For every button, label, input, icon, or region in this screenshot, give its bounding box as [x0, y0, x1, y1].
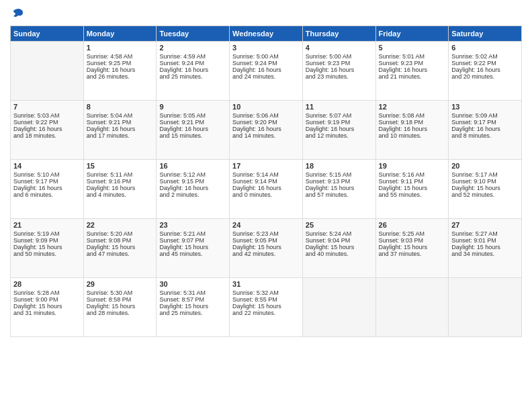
week-row-2: 7Sunrise: 5:03 AMSunset: 9:22 PMDaylight…	[11, 101, 522, 160]
day-info: Sunset: 9:07 PM	[159, 237, 226, 244]
day-number: 28	[13, 280, 81, 288]
day-cell: 1Sunrise: 4:58 AMSunset: 9:25 PMDaylight…	[83, 42, 157, 101]
day-info: and 52 minutes.	[451, 191, 519, 198]
day-info: Daylight: 15 hours	[13, 244, 81, 250]
day-number: 11	[306, 103, 373, 111]
day-info: Sunset: 9:10 PM	[451, 178, 519, 185]
day-info: Sunrise: 5:17 AM	[451, 171, 519, 178]
day-info: Daylight: 15 hours	[87, 303, 154, 310]
day-info: and 20 minutes.	[451, 73, 519, 80]
day-info: Sunrise: 5:10 AM	[13, 171, 81, 178]
day-info: and 50 minutes.	[13, 250, 81, 257]
day-info: Daylight: 15 hours	[87, 244, 154, 250]
header-row: SundayMondayTuesdayWednesdayThursdayFrid…	[11, 26, 522, 42]
day-info: Sunset: 9:24 PM	[232, 60, 300, 66]
day-info: Daylight: 16 hours	[232, 126, 300, 132]
day-info: Sunset: 9:21 PM	[159, 119, 226, 126]
day-number: 24	[232, 221, 300, 229]
day-cell: 7Sunrise: 5:03 AMSunset: 9:22 PMDaylight…	[11, 101, 84, 160]
day-cell: 3Sunrise: 5:00 AMSunset: 9:24 PMDaylight…	[230, 42, 303, 101]
day-info: Daylight: 16 hours	[87, 126, 154, 132]
day-cell: 25Sunrise: 5:24 AMSunset: 9:04 PMDayligh…	[302, 219, 375, 278]
day-info: Sunset: 9:15 PM	[159, 178, 226, 185]
day-info: Sunset: 8:57 PM	[159, 296, 226, 303]
day-number: 13	[451, 103, 519, 111]
day-info: Sunset: 9:23 PM	[306, 60, 373, 66]
day-info: Daylight: 16 hours	[159, 126, 226, 132]
day-info: and 28 minutes.	[87, 310, 154, 316]
col-header-monday: Monday	[83, 26, 157, 42]
day-info: and 17 minutes.	[87, 132, 154, 139]
day-info: Sunrise: 5:14 AM	[232, 171, 300, 178]
day-info: Sunrise: 5:21 AM	[159, 230, 226, 237]
day-cell	[302, 278, 375, 337]
day-info: and 37 minutes.	[379, 250, 446, 257]
day-info: Daylight: 15 hours	[306, 244, 373, 250]
page-header	[10, 7, 522, 20]
day-info: Sunrise: 5:06 AM	[232, 112, 300, 119]
day-cell: 15Sunrise: 5:11 AMSunset: 9:16 PMDayligh…	[83, 160, 157, 219]
day-info: Sunset: 9:20 PM	[232, 119, 300, 126]
day-info: Sunrise: 4:58 AM	[87, 53, 154, 60]
col-header-sunday: Sunday	[11, 26, 84, 42]
col-header-friday: Friday	[375, 26, 449, 42]
day-number: 2	[159, 44, 226, 52]
day-info: and 34 minutes.	[451, 250, 519, 257]
day-info: Sunrise: 5:32 AM	[232, 289, 300, 296]
day-cell: 13Sunrise: 5:09 AMSunset: 9:17 PMDayligh…	[449, 101, 522, 160]
day-info: and 8 minutes.	[451, 132, 519, 139]
day-info: and 42 minutes.	[232, 250, 300, 257]
day-info: Sunrise: 4:59 AM	[159, 53, 226, 60]
day-info: Sunrise: 5:20 AM	[87, 230, 154, 237]
day-info: Sunset: 9:03 PM	[379, 237, 446, 244]
day-cell: 22Sunrise: 5:20 AMSunset: 9:08 PMDayligh…	[83, 219, 157, 278]
day-info: and 15 minutes.	[159, 132, 226, 139]
day-cell: 8Sunrise: 5:04 AMSunset: 9:21 PMDaylight…	[83, 101, 157, 160]
day-info: and 25 minutes.	[159, 310, 226, 316]
week-row-3: 14Sunrise: 5:10 AMSunset: 9:17 PMDayligh…	[11, 160, 522, 219]
day-info: Sunset: 9:16 PM	[87, 178, 154, 185]
day-cell: 14Sunrise: 5:10 AMSunset: 9:17 PMDayligh…	[11, 160, 84, 219]
day-number: 31	[232, 280, 300, 288]
day-number: 10	[232, 103, 300, 111]
day-number: 23	[159, 221, 226, 229]
day-info: Daylight: 15 hours	[306, 185, 373, 191]
day-info: Sunrise: 5:16 AM	[379, 171, 446, 178]
page-container: SundayMondayTuesdayWednesdayThursdayFrid…	[0, 0, 532, 411]
day-info: Sunrise: 5:04 AM	[87, 112, 154, 119]
day-cell: 12Sunrise: 5:08 AMSunset: 9:18 PMDayligh…	[375, 101, 449, 160]
day-number: 18	[306, 162, 373, 170]
day-info: Daylight: 15 hours	[379, 244, 446, 250]
day-info: Sunset: 9:18 PM	[379, 119, 446, 126]
day-info: Daylight: 15 hours	[451, 244, 519, 250]
day-cell: 20Sunrise: 5:17 AMSunset: 9:10 PMDayligh…	[449, 160, 522, 219]
day-info: Daylight: 16 hours	[451, 126, 519, 132]
day-info: Sunrise: 5:00 AM	[306, 53, 373, 60]
day-cell	[449, 278, 522, 337]
logo-bird-icon	[11, 7, 25, 20]
day-info: Daylight: 15 hours	[451, 185, 519, 191]
day-number: 17	[232, 162, 300, 170]
day-cell: 29Sunrise: 5:30 AMSunset: 8:58 PMDayligh…	[83, 278, 157, 337]
day-info: and 2 minutes.	[159, 191, 226, 198]
day-info: and 10 minutes.	[379, 132, 446, 139]
col-header-thursday: Thursday	[302, 26, 375, 42]
day-number: 19	[379, 162, 446, 170]
day-info: Daylight: 15 hours	[379, 185, 446, 191]
day-info: Sunrise: 5:12 AM	[159, 171, 226, 178]
day-cell: 23Sunrise: 5:21 AMSunset: 9:07 PMDayligh…	[157, 219, 230, 278]
day-info: and 24 minutes.	[232, 73, 300, 80]
day-info: Sunset: 9:11 PM	[379, 178, 446, 185]
col-header-saturday: Saturday	[449, 26, 522, 42]
day-info: and 22 minutes.	[232, 310, 300, 316]
day-info: Daylight: 16 hours	[87, 66, 154, 73]
day-number: 6	[451, 44, 519, 52]
day-info: Daylight: 15 hours	[159, 244, 226, 250]
day-info: Daylight: 16 hours	[232, 66, 300, 73]
day-number: 29	[87, 280, 154, 288]
week-row-4: 21Sunrise: 5:19 AMSunset: 9:09 PMDayligh…	[11, 219, 522, 278]
day-info: and 45 minutes.	[159, 250, 226, 257]
day-info: Sunset: 9:01 PM	[451, 237, 519, 244]
day-info: Daylight: 15 hours	[232, 244, 300, 250]
day-info: Sunset: 9:05 PM	[232, 237, 300, 244]
